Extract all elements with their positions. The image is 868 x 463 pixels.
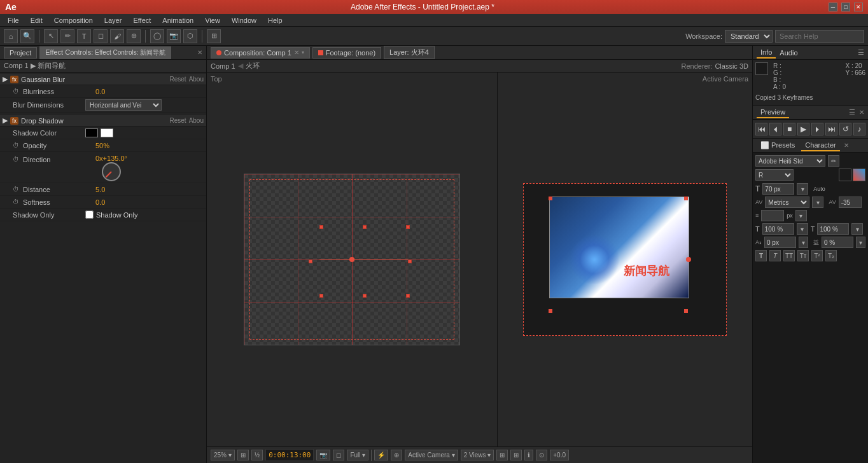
softness-stopwatch[interactable]: ⏱ — [13, 198, 19, 205]
effect-controls-tab[interactable]: Effect Controls: Effect Controls: 新闻导航 — [39, 46, 171, 59]
renderer-value[interactable]: Classic 3D — [715, 62, 748, 70]
tool-select[interactable]: ↖ — [44, 29, 58, 43]
tool-clone[interactable]: ⊕ — [127, 29, 141, 43]
preview-play[interactable]: ▶ — [797, 123, 809, 135]
menu-file[interactable]: File — [3, 15, 24, 25]
expand-gaussian[interactable]: ▶ — [3, 75, 8, 83]
font-family-select[interactable]: Adobe Heiti Std — [755, 155, 825, 167]
tool-shape[interactable]: ◻ — [94, 29, 108, 43]
restore-button[interactable]: □ — [841, 3, 850, 11]
close-button[interactable]: ✕ — [854, 3, 863, 11]
tsume-dropdown[interactable]: ▾ — [856, 237, 865, 248]
blurriness-stopwatch[interactable]: ⏱ — [13, 88, 19, 95]
snapshot-btn[interactable]: 📷 — [316, 450, 330, 460]
info-overlay-btn[interactable]: ℹ — [524, 450, 533, 460]
comp-tab-close[interactable]: ✕ — [294, 49, 299, 56]
search-input[interactable] — [775, 30, 864, 43]
preview-audio[interactable]: ♪ — [853, 123, 865, 135]
baseline-dropdown[interactable]: ▾ — [799, 237, 808, 248]
panel-close-btn[interactable]: ✕ — [197, 49, 202, 56]
tool-search[interactable]: 🔍 — [20, 29, 34, 43]
cam-handle-1[interactable] — [549, 197, 552, 200]
preview-panel-menu[interactable]: ☰ — [849, 108, 855, 116]
cam-handle-4[interactable] — [684, 309, 688, 313]
direction-dial[interactable] — [102, 162, 121, 181]
grid-btn[interactable]: ⊞ — [510, 450, 522, 460]
reset-view-btn[interactable]: ⊙ — [536, 450, 547, 460]
pixel-ratio-btn[interactable]: ½ — [251, 450, 263, 460]
minimize-button[interactable]: ─ — [829, 3, 837, 11]
opacity-value[interactable]: 50% — [95, 142, 109, 149]
zoom-select[interactable]: 25% ▾ — [211, 450, 235, 460]
comp-tab-dropdown[interactable]: ▾ — [302, 50, 304, 55]
gaussian-about-btn[interactable]: Abou — [189, 76, 204, 83]
menu-help[interactable]: Help — [263, 15, 288, 25]
font-size-input[interactable] — [762, 183, 794, 195]
tool-snapping[interactable]: ⊞ — [207, 29, 221, 43]
preview-tab[interactable]: Preview — [757, 107, 789, 118]
project-tab[interactable]: Project — [4, 47, 37, 59]
direction-stopwatch[interactable]: ⏱ — [13, 156, 19, 163]
menu-window[interactable]: Window — [227, 15, 262, 25]
tool-roto[interactable]: ◯ — [150, 29, 164, 43]
font-gradient-swatch[interactable] — [853, 169, 865, 181]
menu-composition[interactable]: Composition — [49, 15, 98, 25]
preview-step-fwd[interactable]: ⏵ — [811, 123, 823, 135]
gaussian-reset-btn[interactable]: Reset — [170, 76, 186, 83]
breadcrumb-huo[interactable]: 火环 — [246, 61, 260, 71]
layer-tab[interactable]: Layer: 火环4 — [384, 46, 435, 59]
tool-text[interactable]: T — [77, 29, 91, 43]
blurriness-value[interactable]: 0.0 — [95, 88, 105, 95]
workspace-select[interactable]: Standard — [725, 30, 773, 43]
distance-stopwatch[interactable]: ⏱ — [13, 186, 19, 193]
tool-camera[interactable]: 📷 — [167, 29, 181, 43]
vert-scale-dropdown[interactable]: ▾ — [797, 223, 808, 235]
preview-loop[interactable]: ↺ — [839, 123, 851, 135]
tool-paint[interactable]: 🖌 — [110, 29, 124, 43]
handle-tr[interactable] — [406, 225, 410, 229]
camera-view-select[interactable]: Active Camera ▾ — [405, 450, 458, 460]
expand-drop-shadow[interactable]: ▶ — [3, 116, 8, 125]
handle-bl[interactable] — [319, 294, 323, 298]
tool-pen[interactable]: ✏ — [60, 29, 74, 43]
blur-dimensions-select[interactable]: Horizontal and Vei — [85, 99, 162, 111]
preview-skip-fwd[interactable]: ⏭ — [825, 123, 837, 135]
char-panel-close[interactable]: ✕ — [844, 142, 849, 149]
transparency-btn[interactable]: ◻ — [333, 450, 344, 460]
menu-edit[interactable]: Edit — [25, 15, 48, 25]
menu-layer[interactable]: Layer — [99, 15, 127, 25]
camera-content[interactable]: 新闻导航 — [498, 73, 752, 446]
horizontal-scale-input[interactable] — [817, 223, 849, 235]
opacity-stopwatch[interactable]: ⏱ — [13, 142, 19, 149]
breadcrumb-comp1[interactable]: Comp 1 — [211, 62, 235, 70]
audio-tab[interactable]: Audio — [776, 48, 801, 58]
stroke-width-input[interactable] — [761, 210, 784, 221]
character-tab[interactable]: Character — [801, 140, 839, 151]
preview-step-back[interactable]: ⏴ — [769, 123, 781, 135]
views-select[interactable]: 2 Views ▾ — [461, 450, 494, 460]
menu-effect[interactable]: Effect — [128, 15, 156, 25]
info-tab[interactable]: Info — [757, 47, 776, 59]
shadow-only-checkbox[interactable] — [85, 211, 94, 219]
fit-btn[interactable]: ⊞ — [237, 450, 249, 460]
presets-tab[interactable]: ⬜ Presets — [757, 140, 799, 151]
fast-preview-btn[interactable]: ⚡ — [374, 450, 388, 460]
cam-handle-2[interactable] — [684, 197, 688, 200]
kerning-dropdown[interactable]: ▾ — [812, 197, 823, 208]
tsume-input[interactable] — [822, 237, 853, 248]
handle-mr[interactable] — [408, 259, 412, 263]
font-edit-btn[interactable]: ✏ — [828, 155, 839, 167]
handle-bm[interactable] — [363, 294, 367, 298]
super-btn[interactable]: T² — [811, 250, 823, 261]
handle-tl[interactable] — [319, 225, 323, 229]
red-anchor-right[interactable] — [686, 257, 691, 262]
handle-br[interactable] — [406, 294, 410, 298]
baseline-input[interactable] — [764, 237, 796, 248]
menu-animation[interactable]: Animation — [157, 15, 199, 25]
distance-value[interactable]: 5.0 — [95, 186, 105, 193]
quality-select[interactable]: Full ▾ — [347, 450, 368, 460]
tool-3d[interactable]: ⬡ — [183, 29, 197, 43]
font-style-select[interactable]: R — [755, 169, 794, 181]
render-3d-btn[interactable]: ⊞ — [496, 450, 508, 460]
small-caps-btn[interactable]: Tт — [797, 250, 809, 261]
